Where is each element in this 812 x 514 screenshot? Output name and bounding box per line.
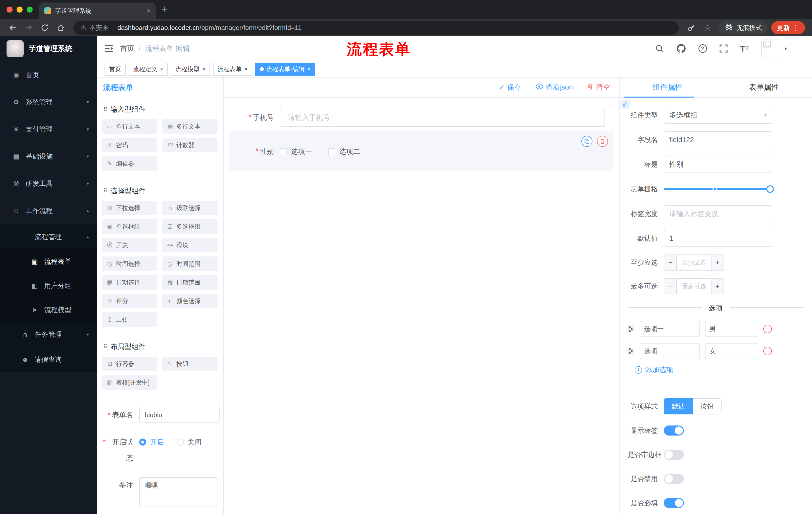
tab-component-props[interactable]: 组件属性	[619, 77, 716, 97]
tag-process-definition[interactable]: 流程定义 ×	[128, 63, 168, 76]
palette-item-row-container[interactable]: ⊞行容器	[102, 357, 157, 371]
back-icon[interactable]	[5, 21, 20, 35]
palette-item-time-range[interactable]: ◶时间范围	[162, 256, 218, 271]
reload-icon[interactable]	[37, 21, 52, 35]
font-size-icon[interactable]: TT	[740, 44, 749, 53]
user-menu[interactable]: ▾	[761, 39, 787, 58]
palette-item-slider[interactable]: ⊶滑块	[162, 238, 218, 252]
gender-option-2-checkbox[interactable]: 选项二	[328, 147, 360, 156]
palette-item-radio-group[interactable]: ◉单选框组	[102, 219, 157, 234]
increase-button[interactable]: +	[711, 279, 724, 294]
browser-menu-icon[interactable]: ⋮	[792, 24, 800, 32]
palette-item-multi-text[interactable]: ▤多行文本	[162, 119, 218, 134]
option-1-value-input[interactable]	[705, 321, 758, 337]
view-json-button[interactable]: 查看json	[535, 82, 573, 92]
zoom-window-button[interactable]	[27, 6, 33, 12]
min-select-value[interactable]: 至少应选	[677, 255, 711, 270]
sidebar-item-process-management[interactable]: ≡ 流程管理 ▴	[0, 224, 97, 249]
sidebar-item-workflow[interactable]: ⧉ 工作流程 ▴	[0, 197, 97, 224]
bookmark-star-icon[interactable]: ☆	[700, 21, 715, 35]
close-window-button[interactable]	[6, 6, 12, 12]
palette-item-upload[interactable]: ↥上传	[102, 312, 157, 327]
palette-item-select[interactable]: ⊙下拉选择	[102, 201, 157, 215]
title-input[interactable]	[664, 156, 772, 173]
palette-item-button[interactable]: ☞按钮	[162, 357, 218, 371]
style-default-button[interactable]: 默认	[664, 398, 693, 414]
sidebar-item-task-management[interactable]: ⋔ 任务管理 ▾	[0, 322, 97, 347]
tag-process-form[interactable]: 流程表单 ×	[213, 63, 252, 76]
clear-button[interactable]: 清空	[587, 82, 610, 92]
sidebar-item-system[interactable]: ⚙ 系统管理 ▾	[0, 88, 97, 116]
palette-item-table[interactable]: ▥表格[开发中]	[102, 375, 157, 390]
show-label-switch[interactable]	[664, 426, 684, 436]
sidebar-item-leave-query[interactable]: ☻ 请假查询	[0, 347, 97, 372]
close-icon[interactable]: ×	[307, 66, 311, 72]
tab-close-icon[interactable]: ×	[146, 7, 151, 15]
home-icon[interactable]	[53, 21, 68, 35]
avatar[interactable]	[761, 39, 780, 58]
palette-item-cascader[interactable]: ⋔级联选择	[162, 201, 218, 215]
copy-field-button[interactable]	[581, 136, 592, 147]
sidebar-item-infrastructure[interactable]: ▤ 基础设施 ▾	[0, 143, 97, 170]
sidebar-item-home[interactable]: ◉ 首页	[0, 61, 97, 88]
remove-option-button[interactable]: −	[763, 325, 772, 333]
palette-item-date-picker[interactable]: ▦日期选择	[102, 275, 157, 290]
option-2-label-input[interactable]	[640, 343, 700, 359]
palette-item-date-range[interactable]: ▩日期范围	[162, 275, 218, 290]
sidebar-item-process-form[interactable]: ▣ 流程表单	[0, 249, 97, 274]
status-off-radio[interactable]: 关闭	[177, 437, 202, 447]
tag-process-model[interactable]: 流程模型 ×	[171, 63, 210, 76]
style-button-button[interactable]: 按钮	[693, 398, 722, 414]
gender-option-1-checkbox[interactable]: 选项一	[280, 147, 312, 156]
label-width-input[interactable]	[664, 205, 772, 222]
grid-slider[interactable]	[664, 181, 772, 198]
option-2-value-input[interactable]	[705, 343, 758, 359]
close-icon[interactable]: ×	[202, 66, 205, 72]
sidebar-item-devtools[interactable]: ⚒ 研发工具 ▾	[0, 170, 97, 197]
component-type-select[interactable]: 多选框组 ▾	[664, 107, 772, 124]
gender-field-selected[interactable]: *性别 选项一 选项二	[229, 131, 613, 171]
breadcrumb-home[interactable]: 首页	[120, 44, 134, 53]
palette-item-editor[interactable]: ✎编辑器	[102, 156, 157, 171]
update-button[interactable]: 更新 ⋮	[771, 21, 805, 34]
drag-handle-icon[interactable]	[628, 348, 636, 355]
browser-tab[interactable]: 芋道管理系统 ×	[39, 2, 156, 19]
tab-form-props[interactable]: 表单属性	[716, 77, 812, 97]
close-icon[interactable]: ×	[244, 66, 248, 72]
search-icon[interactable]	[655, 44, 664, 53]
default-value-input[interactable]	[664, 230, 772, 247]
form-name-input[interactable]	[139, 407, 220, 423]
phone-input[interactable]	[280, 109, 605, 127]
palette-item-password[interactable]: ⚿密码	[102, 138, 157, 153]
add-option-button[interactable]: + 添加选项	[635, 365, 812, 375]
option-1-label-input[interactable]	[640, 321, 700, 337]
increase-button[interactable]: +	[711, 255, 724, 270]
close-icon[interactable]: ×	[160, 66, 163, 72]
address-bar[interactable]: ⚠ 不安全 dashboard.yudao.iocoder.cn/bpm/man…	[74, 21, 679, 35]
disabled-switch[interactable]	[664, 474, 684, 484]
drag-handle-icon[interactable]	[628, 325, 636, 332]
decrease-button[interactable]: −	[664, 255, 677, 270]
palette-item-counter[interactable]: 123计数器	[162, 138, 218, 153]
tag-home[interactable]: 首页	[105, 63, 126, 76]
max-select-value[interactable]: 最多可选	[677, 279, 711, 294]
palette-item-rate[interactable]: ☆评分	[102, 294, 157, 308]
tag-process-form-edit[interactable]: 流程表单-编辑 ×	[255, 63, 315, 76]
sidebar-item-process-model[interactable]: ➤ 流程模型	[0, 298, 97, 322]
password-key-icon[interactable]	[684, 21, 699, 35]
palette-item-time-picker[interactable]: ◷时间选择	[102, 256, 157, 271]
save-button[interactable]: ✓ 保存	[499, 82, 521, 92]
decrease-button[interactable]: −	[664, 279, 677, 294]
help-icon[interactable]: ?	[698, 44, 707, 53]
form-remark-input[interactable]: 嘿嘿	[139, 477, 218, 507]
remove-option-button[interactable]: −	[763, 347, 772, 355]
palette-item-switch[interactable]: ⦿开关	[102, 238, 157, 252]
canvas-area[interactable]: *手机号 *性别 选项一	[224, 98, 619, 514]
status-on-radio[interactable]: 开启	[139, 437, 164, 447]
slider-track[interactable]	[664, 188, 772, 190]
delete-field-button[interactable]	[597, 136, 608, 147]
new-tab-button[interactable]: +	[162, 4, 168, 14]
link-icon[interactable]	[620, 100, 630, 109]
forward-icon[interactable]	[21, 21, 36, 35]
phone-field[interactable]: *手机号	[224, 109, 619, 127]
